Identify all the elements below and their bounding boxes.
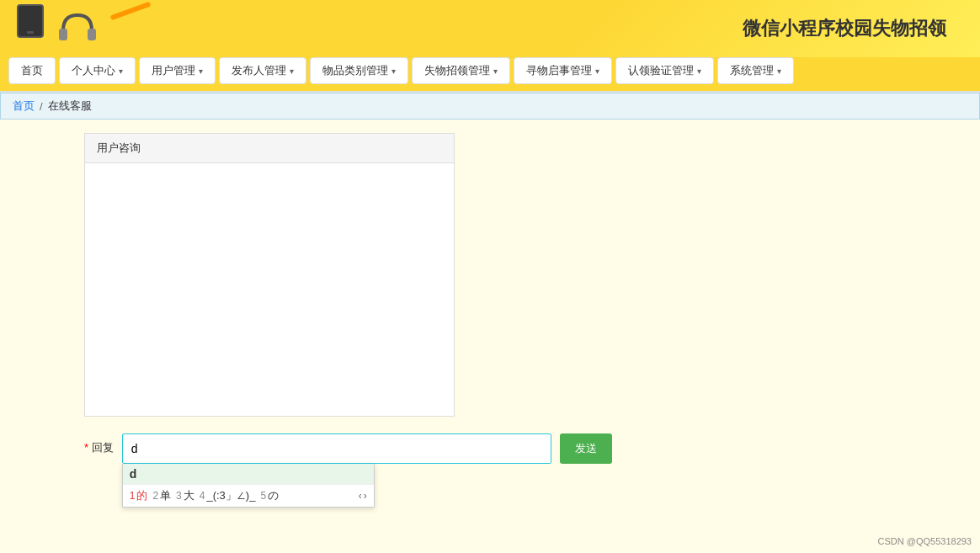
breadcrumb-separator: / (40, 100, 43, 113)
nav-publisher-mgmt-arrow: ▾ (290, 66, 294, 76)
main-content: 用户咨询 * 回复 d 1的 2单 (0, 120, 980, 498)
breadcrumb-home[interactable]: 首页 (13, 98, 35, 114)
nav-home[interactable]: 首页 (8, 57, 56, 84)
ime-candidate-5[interactable]: 5の (260, 488, 279, 503)
svg-rect-1 (88, 29, 96, 40)
nav-verify-mgmt[interactable]: 认领验证管理 ▾ (615, 57, 714, 84)
header-decorations (0, 0, 168, 57)
nav-category-mgmt[interactable]: 物品类别管理 ▾ (310, 57, 408, 84)
nav-search-mgmt-arrow: ▾ (595, 66, 599, 76)
ime-dropdown: d 1的 2单 3大 4_(:3」∠)_ 5の (122, 464, 375, 508)
page-title: 微信小程序校园失物招领 (743, 16, 946, 41)
ime-candidate-2[interactable]: 2单 (152, 488, 171, 503)
nav-personal-arrow: ▾ (119, 66, 123, 76)
nav-user-mgmt-arrow: ▾ (199, 66, 203, 76)
ime-candidate-word: d (123, 464, 374, 485)
nav-lost-found-mgmt[interactable]: 失物招领管理 ▾ (412, 57, 510, 84)
chat-panel: 用户咨询 (84, 133, 455, 417)
deco-pencil-icon (109, 2, 151, 21)
nav-personal[interactable]: 个人中心 ▾ (59, 57, 136, 84)
nav-category-mgmt-arrow: ▾ (391, 66, 396, 76)
ime-next-arrow[interactable]: › (364, 490, 367, 502)
svg-rect-0 (59, 29, 67, 40)
reply-input-wrapper: d 1的 2单 3大 4_(:3」∠)_ 5の (122, 433, 551, 464)
ime-candidate-4[interactable]: 4_(:3」∠)_ (200, 488, 256, 503)
navbar: 首页 个人中心 ▾ 用户管理 ▾ 发布人管理 ▾ 物品类别管理 ▾ 失物招领管理… (0, 57, 980, 93)
send-button[interactable]: 发送 (560, 433, 612, 464)
nav-lost-found-arrow: ▾ (493, 66, 498, 76)
watermark: CSDN @QQ55318293 (878, 536, 972, 546)
deco-tablet-icon (17, 4, 44, 38)
ime-prev-arrow[interactable]: ‹ (359, 490, 362, 502)
reply-input[interactable] (122, 433, 551, 464)
breadcrumb-current: 在线客服 (48, 98, 92, 114)
nav-publisher-mgmt[interactable]: 发布人管理 ▾ (219, 57, 306, 84)
nav-search-mgmt[interactable]: 寻物启事管理 ▾ (514, 57, 612, 84)
nav-verify-mgmt-arrow: ▾ (697, 66, 701, 76)
deco-headphone-icon (55, 7, 101, 49)
reply-label: * 回复 (84, 433, 114, 455)
nav-system-mgmt-arrow: ▾ (777, 66, 781, 76)
chat-body[interactable] (85, 163, 454, 416)
chat-section-label: 用户咨询 (97, 141, 141, 154)
ime-candidate-3[interactable]: 3大 (176, 488, 194, 503)
chat-header: 用户咨询 (85, 134, 454, 163)
ime-candidate-1[interactable]: 1的 (130, 488, 148, 503)
reply-asterisk: * (84, 441, 88, 454)
nav-user-mgmt[interactable]: 用户管理 ▾ (139, 57, 216, 84)
header-banner: 微信小程序校园失物招领 (0, 0, 980, 57)
breadcrumb: 首页 / 在线客服 (0, 93, 980, 120)
reply-section: * 回复 d 1的 2单 3大 4_(: (84, 433, 946, 464)
ime-nav-arrows: ‹ › (359, 490, 367, 502)
nav-system-mgmt[interactable]: 系统管理 ▾ (717, 57, 794, 84)
reply-label-text: 回复 (92, 441, 114, 454)
ime-candidates-row: 1的 2单 3大 4_(:3」∠)_ 5の ‹ (123, 485, 374, 507)
